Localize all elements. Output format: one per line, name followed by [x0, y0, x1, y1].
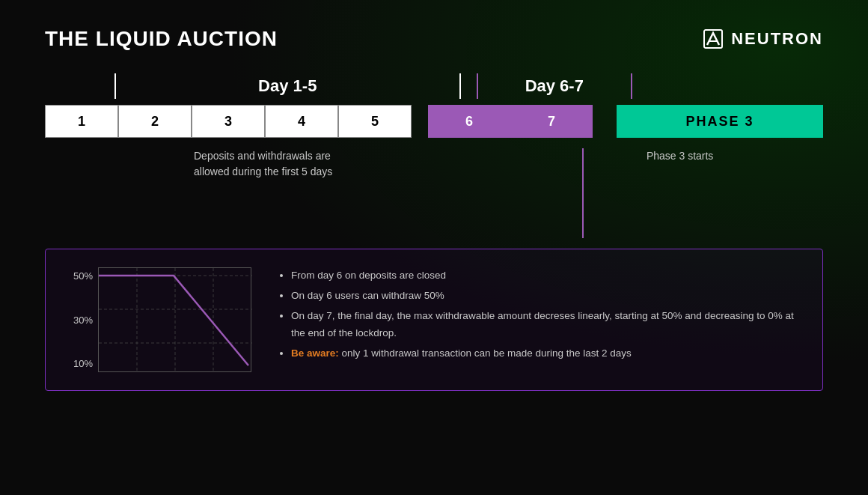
bullet-4-text: only 1 withdrawal transaction can be mad…: [342, 347, 632, 359]
timeline-row: 1 2 3 4 5 6 7 PHASE 3: [45, 105, 823, 138]
be-aware-label: Be aware:: [291, 347, 339, 359]
chart-area: 50% 30% 10%: [67, 267, 254, 372]
phase-vertical-line: [582, 148, 584, 238]
info-bullets: From day 6 on deposits are closed On day…: [276, 267, 801, 362]
day-cell-3: 3: [192, 105, 265, 138]
bullet-2: On day 6 users can withdraw 50%: [291, 288, 801, 305]
info-text: From day 6 on deposits are closed On day…: [276, 267, 801, 372]
annotation-phase3: Phase 3 starts: [639, 148, 823, 238]
day-cell-1: 1: [45, 105, 118, 138]
annotations-row: Deposits and withdrawals are allowed dur…: [45, 148, 823, 238]
bullet-1: From day 6 on deposits are closed: [291, 267, 801, 285]
day-group-6-7-label: Day 6-7: [477, 73, 632, 99]
day-cell-7: 7: [510, 105, 593, 138]
logo: NEUTRON: [703, 28, 823, 49]
timeline-section: Day 1-5 Day 6-7 1 2 3 4 5 6 7 PHASE 3 De…: [0, 73, 868, 238]
bullet-4: Be aware: only 1 withdrawal transaction …: [291, 345, 801, 362]
day-cell-4: 4: [265, 105, 338, 138]
info-box: 50% 30% 10% From day 6 on deposits are c…: [45, 249, 823, 391]
chart-svg: [99, 268, 252, 373]
vertical-line-container: [467, 148, 617, 238]
annotation-deposits: Deposits and withdrawals are allowed dur…: [111, 148, 452, 238]
header: THE LIQUID AUCTION NEUTRON: [0, 0, 868, 66]
chart-label-30: 30%: [67, 315, 93, 326]
chart-label-10: 10%: [67, 358, 93, 369]
logo-text: NEUTRON: [731, 29, 823, 49]
day-cell-2: 2: [118, 105, 192, 138]
chart-svg-area: [98, 267, 251, 372]
chart-y-labels: 50% 30% 10%: [67, 267, 93, 372]
day-cell-6: 6: [428, 105, 510, 138]
day-cell-5: 5: [338, 105, 412, 138]
neutron-logo-icon: [703, 28, 724, 49]
page-title: THE LIQUID AUCTION: [45, 27, 278, 51]
day-group-1-5-label: Day 1-5: [114, 73, 461, 99]
day-labels-row: Day 1-5 Day 6-7: [45, 73, 823, 99]
bullet-3: On day 7, the final day, the max withdra…: [291, 308, 801, 342]
phase-3-cell: PHASE 3: [617, 105, 823, 138]
chart-label-50: 50%: [67, 270, 93, 282]
